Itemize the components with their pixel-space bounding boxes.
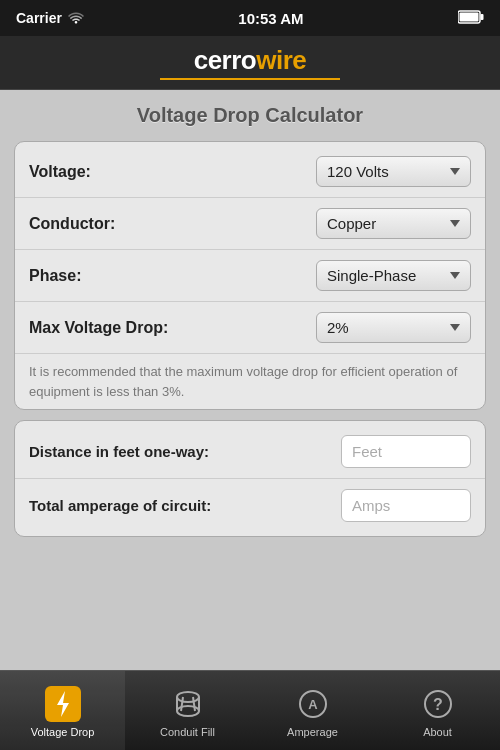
phase-dropdown[interactable]: Single-Phase bbox=[316, 260, 471, 291]
wifi-icon bbox=[68, 10, 84, 27]
svg-rect-1 bbox=[480, 14, 483, 20]
status-bar: Carrier 10:53 AM bbox=[0, 0, 500, 36]
logo-wrap: cerrowire bbox=[160, 45, 340, 80]
amperage-input[interactable] bbox=[341, 489, 471, 522]
svg-point-7 bbox=[177, 706, 199, 716]
voltage-value: 120 Volts bbox=[327, 163, 389, 180]
voltage-label: Voltage: bbox=[29, 163, 91, 181]
svg-marker-3 bbox=[57, 691, 69, 717]
logo-underline bbox=[160, 78, 340, 80]
tab-voltage-drop-label: Voltage Drop bbox=[31, 726, 95, 738]
lightning-bg bbox=[45, 686, 81, 722]
max-voltage-drop-dropdown[interactable]: 2% bbox=[316, 312, 471, 343]
conductor-dropdown-arrow bbox=[450, 220, 460, 227]
form-card-inputs: Distance in feet one-way: Total amperage… bbox=[14, 420, 486, 537]
svg-line-8 bbox=[181, 697, 183, 711]
max-voltage-drop-label: Max Voltage Drop: bbox=[29, 319, 168, 337]
status-bar-right bbox=[458, 10, 484, 27]
phase-label: Phase: bbox=[29, 267, 81, 285]
main-content: Voltage Drop Calculator Voltage: 120 Vol… bbox=[0, 90, 500, 670]
tab-about[interactable]: ? About bbox=[375, 671, 500, 750]
svg-line-9 bbox=[193, 697, 195, 711]
tab-conduit-fill[interactable]: Conduit Fill bbox=[125, 671, 250, 750]
battery-icon bbox=[458, 10, 484, 27]
svg-text:A: A bbox=[308, 697, 318, 712]
phase-row: Phase: Single-Phase bbox=[15, 250, 485, 302]
svg-rect-2 bbox=[459, 12, 478, 21]
voltage-dropdown[interactable]: 120 Volts bbox=[316, 156, 471, 187]
svg-text:?: ? bbox=[433, 696, 443, 713]
phase-value: Single-Phase bbox=[327, 267, 416, 284]
tab-conduit-fill-icon bbox=[170, 686, 206, 722]
conductor-row: Conductor: Copper bbox=[15, 198, 485, 250]
logo-bar: cerrowire bbox=[0, 36, 500, 90]
logo-part1: cerro bbox=[194, 45, 257, 75]
logo-text: cerrowire bbox=[194, 45, 307, 76]
status-bar-time: 10:53 AM bbox=[238, 10, 303, 27]
form-card-dropdowns: Voltage: 120 Volts Conductor: Copper Pha… bbox=[14, 141, 486, 410]
tab-about-icon: ? bbox=[420, 686, 456, 722]
conductor-dropdown[interactable]: Copper bbox=[316, 208, 471, 239]
phase-dropdown-arrow bbox=[450, 272, 460, 279]
amperage-row: Total amperage of circuit: bbox=[15, 479, 485, 532]
conductor-value: Copper bbox=[327, 215, 376, 232]
amperage-label: Total amperage of circuit: bbox=[29, 497, 341, 514]
max-voltage-drop-value: 2% bbox=[327, 319, 349, 336]
tab-conduit-fill-label: Conduit Fill bbox=[160, 726, 215, 738]
status-bar-left: Carrier bbox=[16, 10, 84, 27]
distance-label: Distance in feet one-way: bbox=[29, 443, 341, 460]
page-title: Voltage Drop Calculator bbox=[14, 104, 486, 127]
carrier-label: Carrier bbox=[16, 10, 62, 26]
svg-point-4 bbox=[177, 692, 199, 702]
tab-bar: Voltage Drop Conduit Fill A Amperage bbox=[0, 670, 500, 750]
distance-row: Distance in feet one-way: bbox=[15, 425, 485, 479]
conductor-label: Conductor: bbox=[29, 215, 115, 233]
tab-amperage[interactable]: A Amperage bbox=[250, 671, 375, 750]
max-voltage-drop-dropdown-arrow bbox=[450, 324, 460, 331]
voltage-dropdown-arrow bbox=[450, 168, 460, 175]
max-voltage-drop-row: Max Voltage Drop: 2% bbox=[15, 302, 485, 354]
tab-about-label: About bbox=[423, 726, 452, 738]
tab-amperage-icon: A bbox=[295, 686, 331, 722]
distance-input[interactable] bbox=[341, 435, 471, 468]
note-text: It is recommended that the maximum volta… bbox=[15, 354, 485, 405]
logo-part2: wire bbox=[256, 45, 306, 75]
voltage-row: Voltage: 120 Volts bbox=[15, 146, 485, 198]
tab-voltage-drop-icon bbox=[45, 686, 81, 722]
tab-amperage-label: Amperage bbox=[287, 726, 338, 738]
tab-voltage-drop[interactable]: Voltage Drop bbox=[0, 671, 125, 750]
